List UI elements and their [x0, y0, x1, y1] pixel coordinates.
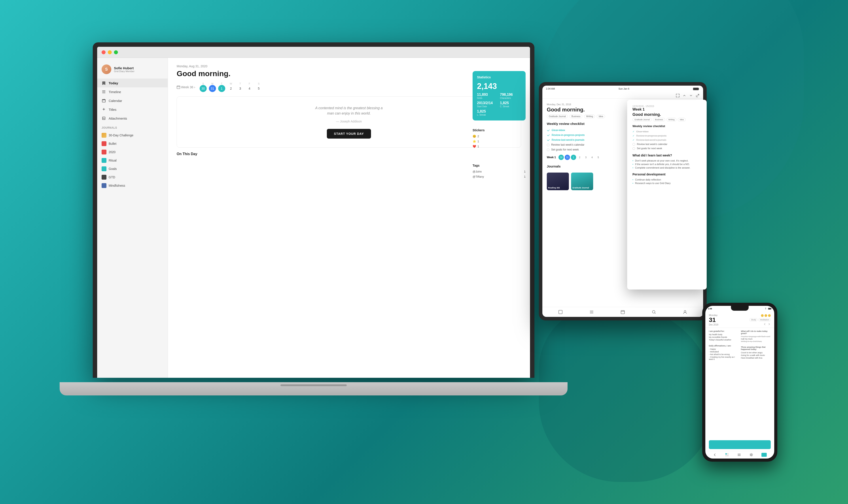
start-day-button[interactable]: START YOUR DAY — [327, 129, 371, 139]
greeting: Good morning. — [177, 69, 521, 78]
journal-item-ritual[interactable]: Ritual — [97, 156, 168, 165]
journal-card-reading-label: Reading 365 — [548, 187, 560, 189]
journal-item-gtd[interactable]: GTD — [97, 173, 168, 181]
journal-item-goals[interactable]: Goals — [97, 165, 168, 173]
stat-startdate: 2013/2/14 Start Date — [477, 101, 498, 108]
stat-grids: 11,893 Grids — [477, 93, 498, 99]
phone-chevron-left[interactable] — [763, 323, 766, 326]
stickers-panel: Stickers 😊2 ⭐1 ❤️1 — [472, 128, 525, 149]
wr-tags: Gratitude Journal Business Writing Idea — [633, 118, 702, 121]
svg-rect-9 — [725, 453, 727, 454]
wr-tag-0: Gratitude Journal — [633, 118, 652, 121]
tab-calendar-icon[interactable] — [621, 310, 625, 314]
t-day-3: 2 — [577, 155, 582, 160]
wr-tag-1: Business — [653, 118, 665, 121]
svg-rect-2 — [693, 88, 698, 90]
tab-person-icon[interactable] — [683, 310, 687, 314]
calendar-small-icon — [177, 85, 180, 89]
wr-question1-section: What did I learn last week? • Don't seek… — [633, 154, 702, 169]
journal-label-ritual: Ritual — [109, 159, 117, 162]
week-day-1: M 31 — [208, 82, 217, 92]
minimize-button[interactable] — [108, 50, 112, 54]
journal-item-30day[interactable]: 30-Day Challenge — [97, 131, 168, 140]
tablet-toolbar — [542, 93, 703, 98]
image-icon — [102, 116, 106, 121]
week-day-6[interactable]: S 5 — [255, 82, 263, 92]
journal-icon-mindfulness — [102, 183, 106, 188]
phone-list-icon[interactable] — [737, 453, 741, 457]
sticker-item-1: ⭐1 — [472, 139, 525, 144]
wr-answer-0: • Don't seek pleasure at your own cost. … — [633, 159, 702, 162]
journal-icon-2020 — [102, 150, 106, 155]
week-days: S 30 M 31 T 1 — [199, 82, 263, 92]
journal-item-bullet[interactable]: Bullet — [97, 140, 168, 148]
wr-checklist-section: Weekly review checklist ✓ Clear inbox ✓ … — [633, 124, 702, 150]
phone-back-icon[interactable] — [713, 453, 717, 457]
circle-icon-4 — [547, 148, 550, 151]
tab-search-icon[interactable] — [652, 310, 656, 314]
stats-panel: Statistics 2,143 11,893 Grids 798,196 Ch… — [472, 71, 525, 121]
phone-col-right: What will I do to make today great? Prac… — [741, 330, 771, 438]
t-day-4: 3 — [583, 155, 589, 160]
journal-card-reading[interactable]: Reading 365 — [547, 173, 569, 190]
compress-icon[interactable] — [676, 93, 680, 97]
wr-question1: What did I learn last week? — [633, 154, 702, 157]
chevron-up-icon[interactable] — [682, 93, 686, 97]
chevron-down-icon[interactable] — [689, 93, 693, 97]
phone-today-section: What will I do to make today great? Prac… — [741, 330, 771, 342]
wr-greeting: Good morning. — [633, 112, 702, 117]
wr-circle-3 — [633, 143, 635, 146]
user-name: Sofie Hubert — [114, 66, 135, 70]
phone-screen: 1:08 Monday 31 Dec 2018 — [705, 306, 774, 458]
laptop-screen: S Sofie Hubert Grid Diary Member Today — [97, 47, 530, 378]
user-info: Sofie Hubert Grid Diary Member — [114, 66, 135, 73]
journal-label-gtd: GTD — [109, 176, 115, 179]
week-chevron[interactable]: › — [194, 85, 195, 89]
week-day-5[interactable]: F 4 — [246, 82, 254, 92]
wr-personal-section: Personal development • Continue daily re… — [633, 173, 702, 185]
journal-item-2020[interactable]: 2020 — [97, 148, 168, 156]
laptop-screen-outer: S Sofie Hubert Grid Diary Member Today — [93, 42, 534, 378]
journal-card-gratitude[interactable]: Gratitude Journal — [571, 173, 593, 190]
phone-week-nav — [763, 323, 771, 326]
journal-icon-gtd — [102, 175, 106, 180]
mood-dot-3 — [768, 314, 771, 317]
sidebar-item-attachments[interactable]: Attachments — [97, 114, 168, 123]
maximize-button[interactable] — [114, 50, 118, 54]
tablet-status-bar: 1:04 AM Sun Jan 6 — [542, 86, 703, 93]
sidebar-item-titles[interactable]: Titles — [97, 105, 168, 114]
journal-icon-bullet — [102, 141, 106, 146]
phone-settings-icon[interactable] — [749, 453, 753, 457]
phone-grid-icon[interactable] — [725, 453, 729, 457]
week-day-4[interactable]: T 3 — [236, 82, 244, 92]
phone-chevron-right[interactable] — [767, 323, 771, 326]
wr-personal-1: • Research ways to use Grid Diary — [633, 181, 702, 185]
phone-content: I am grateful for: My health body My inc… — [705, 328, 774, 440]
week-label: Week 36 › — [177, 85, 195, 89]
wr-tag-3: Idea — [678, 118, 686, 121]
sidebar-item-calendar[interactable]: Calendar — [97, 96, 168, 105]
phone-battery-icon — [768, 308, 772, 310]
laptop-body — [59, 382, 568, 395]
phone-teal-bar — [709, 440, 771, 449]
external-link-icon[interactable] — [696, 93, 699, 97]
week-day-3[interactable]: W 2 — [227, 82, 235, 92]
weekly-review-panel: 12/31/2018 - 1/5/2019 Week 1 Good mornin… — [627, 100, 707, 289]
phone-notch — [731, 306, 749, 311]
phone-header: Monday 31 Dec 2018 Study Meditation — [705, 312, 774, 328]
t-day-1: 31 — [565, 155, 570, 160]
week-day-2[interactable]: T 1 — [218, 82, 226, 92]
journal-item-mindfulness[interactable]: Mindfulness — [97, 181, 168, 190]
journals-section-title: Journals — [547, 164, 561, 168]
close-button[interactable] — [102, 50, 106, 54]
sidebar-item-today[interactable]: Today — [97, 78, 168, 87]
svg-rect-3 — [559, 310, 562, 314]
tab-list-icon[interactable] — [589, 310, 594, 314]
sidebar-label-today: Today — [109, 81, 118, 85]
tab-entry-icon[interactable] — [558, 310, 563, 314]
sidebar-item-timeline[interactable]: Timeline — [97, 87, 168, 96]
phone: 1:08 Monday 31 Dec 2018 — [702, 303, 777, 462]
sidebar-label-calendar: Calendar — [109, 99, 122, 103]
tag-idea: Idea — [597, 114, 605, 118]
title-bar — [97, 47, 530, 58]
